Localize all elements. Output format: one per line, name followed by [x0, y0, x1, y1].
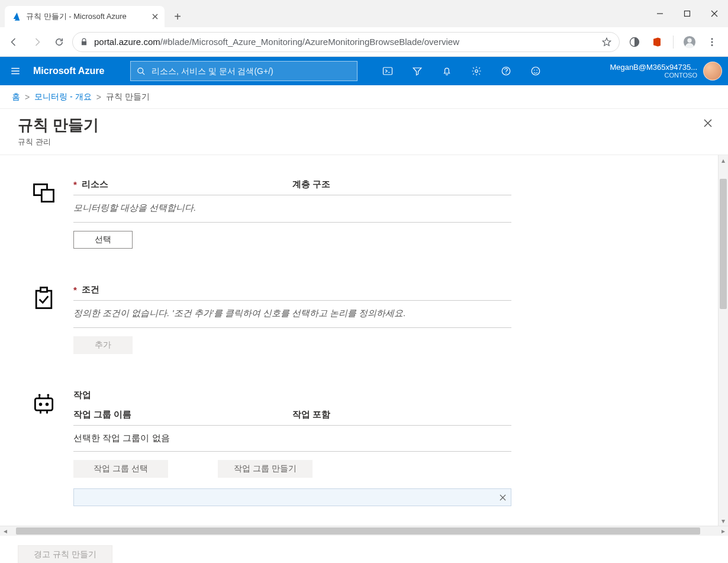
create-alert-rule-button[interactable]: 경고 규칙 만들기: [18, 545, 112, 563]
window-controls: [646, 0, 728, 27]
breadcrumb: 홈 > 모니터링 - 개요 > 규칙 만들기: [0, 85, 728, 109]
close-icon: [711, 10, 718, 17]
extension-office-icon[interactable]: [650, 36, 663, 49]
section-resource: *리소스 계층 구조 모니터링할 대상을 선택합니다. 선택: [31, 179, 700, 249]
create-action-group-button[interactable]: 작업 그룹 만들기: [218, 460, 313, 478]
minimize-icon: [656, 10, 663, 17]
close-icon: [704, 119, 712, 127]
svg-point-21: [46, 403, 49, 406]
help-button[interactable]: [491, 57, 521, 85]
action-label: 작업: [73, 390, 511, 401]
svg-point-5: [711, 41, 713, 43]
resource-heading: *리소스 계층 구조: [73, 179, 511, 195]
resource-description: 모니터링할 대상을 선택합니다.: [73, 195, 511, 223]
azure-user-menu[interactable]: MeganB@M365x94735... CONTOSO: [604, 62, 728, 81]
scroll-up-arrow[interactable]: ▴: [719, 155, 728, 165]
svg-rect-19: [35, 398, 52, 410]
user-avatar: [703, 62, 722, 81]
blade-body-wrapper: *리소스 계층 구조 모니터링할 대상을 선택합니다. 선택 *조건 정의한 조…: [0, 155, 728, 526]
resource-icon: [31, 179, 73, 249]
browser-reload-button[interactable]: [50, 33, 69, 52]
settings-button[interactable]: [462, 57, 491, 85]
hscroll-thumb[interactable]: [16, 527, 700, 535]
scroll-thumb[interactable]: [720, 179, 727, 309]
azure-header: Microsoft Azure MeganB@M365x94735... CON…: [0, 57, 728, 85]
maximize-icon: [684, 10, 691, 17]
condition-icon: [31, 284, 73, 354]
back-arrow-icon: [9, 37, 20, 47]
kebab-menu-icon: [707, 37, 717, 47]
breadcrumb-home[interactable]: 홈: [12, 92, 20, 102]
azure-brand[interactable]: Microsoft Azure: [31, 66, 125, 76]
svg-point-3: [687, 38, 691, 42]
breadcrumb-separator: >: [25, 92, 30, 102]
action-icon: [31, 390, 73, 506]
browser-profile-button[interactable]: [683, 36, 696, 49]
svg-rect-17: [36, 291, 51, 308]
notifications-button[interactable]: [432, 57, 462, 85]
inner-horizontal-scrollbar[interactable]: ◂ ▸: [0, 526, 728, 536]
scroll-down-arrow[interactable]: ▾: [719, 516, 728, 526]
portal-menu-button[interactable]: [0, 57, 31, 85]
condition-description: 정의한 조건이 없습니다. '조건 추가'를 클릭하여 신호를 선택하고 논리를…: [73, 301, 511, 328]
action-includes-label: 작업 포함: [292, 409, 511, 420]
svg-point-13: [534, 70, 535, 71]
new-tab-button[interactable]: +: [169, 8, 186, 25]
select-resource-button[interactable]: 선택: [73, 231, 133, 249]
tab-close-button[interactable]: [150, 12, 160, 21]
blade-close-button[interactable]: [700, 115, 716, 131]
browser-tab[interactable]: 규칙 만들기 - Microsoft Azure: [5, 6, 165, 27]
browser-menu-button[interactable]: [706, 36, 719, 49]
contrast-icon: [629, 36, 640, 48]
browser-forward-button[interactable]: [27, 33, 46, 52]
svg-point-14: [537, 70, 538, 71]
window-close-button[interactable]: [701, 0, 728, 27]
resource-label: 리소스: [82, 179, 108, 190]
lock-icon: [80, 38, 88, 46]
browser-back-button[interactable]: [5, 33, 24, 52]
window-maximize-button[interactable]: [674, 0, 701, 27]
notice-close-button[interactable]: [500, 494, 506, 501]
browser-address-bar[interactable]: portal.azure.com/#blade/Microsoft_Azure_…: [72, 32, 620, 52]
azure-header-icons: [373, 57, 550, 85]
required-mark: *: [73, 179, 77, 189]
user-email: MeganB@M365x94735...: [610, 63, 697, 72]
close-icon: [500, 494, 506, 501]
search-icon: [137, 67, 146, 76]
extension-contrast-icon[interactable]: [628, 36, 641, 49]
hscroll-left-arrow[interactable]: ◂: [0, 527, 10, 535]
cloud-shell-button[interactable]: [373, 57, 402, 85]
close-icon: [152, 14, 158, 20]
svg-rect-18: [41, 288, 47, 292]
star-icon: [601, 37, 612, 47]
add-condition-button[interactable]: 추가: [73, 336, 133, 354]
window-minimize-button[interactable]: [646, 0, 674, 27]
browser-url: portal.azure.com/#blade/Microsoft_Azure_…: [94, 37, 459, 47]
condition-label: 조건: [82, 284, 99, 295]
azure-favicon-icon: [12, 12, 21, 21]
person-circle-icon: [683, 36, 696, 49]
breadcrumb-monitoring[interactable]: 모니터링 - 개요: [34, 92, 91, 102]
hscroll-right-arrow[interactable]: ▸: [718, 527, 728, 535]
help-icon: [501, 66, 511, 76]
user-org: CONTOSO: [610, 72, 697, 79]
directory-filter-button[interactable]: [402, 57, 432, 85]
cloud-shell-icon: [382, 66, 393, 76]
azure-search-box[interactable]: [130, 61, 357, 81]
svg-rect-16: [41, 190, 53, 202]
bookmark-star-button[interactable]: [601, 37, 612, 47]
svg-point-20: [39, 403, 43, 406]
reload-icon: [54, 37, 65, 47]
svg-point-9: [475, 70, 478, 73]
select-action-group-button[interactable]: 작업 그룹 선택: [73, 460, 168, 478]
svg-point-22: [38, 394, 41, 397]
blade-title: 규칙 만들기: [18, 115, 700, 136]
breadcrumb-separator: >: [96, 92, 101, 102]
bell-icon: [442, 66, 452, 76]
azure-search-input[interactable]: [152, 66, 351, 76]
section-action: 작업 작업 그룹 이름 작업 포함 선택한 작업 그룹이 없음 작업 그룹 선택…: [31, 390, 700, 506]
feedback-button[interactable]: [521, 57, 550, 85]
vertical-scrollbar[interactable]: ▴ ▾: [718, 155, 728, 526]
browser-tab-title: 규칙 만들기 - Microsoft Azure: [26, 11, 146, 22]
svg-point-7: [138, 67, 143, 73]
